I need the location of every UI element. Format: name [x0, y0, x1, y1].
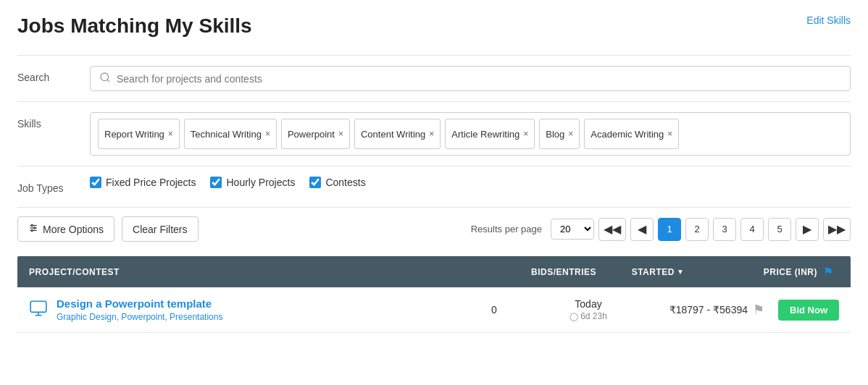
- job-types-label: Job Types: [17, 177, 75, 194]
- th-started: STARTED ▼: [607, 267, 709, 277]
- job-type-contests-checkbox[interactable]: [309, 177, 321, 188]
- project-tags: Graphic Design, Powerpoint, Presentation…: [57, 312, 451, 322]
- svg-point-5: [31, 224, 33, 226]
- clock-icon: ◯: [569, 312, 578, 321]
- skills-section: Skills Report Writing×Technical Writing×…: [17, 101, 851, 166]
- bookmark-icon[interactable]: ⚑: [753, 302, 764, 317]
- row-project: Design a Powerpoint template Graphic Des…: [29, 297, 451, 322]
- skill-tag: Technical Writing×: [184, 119, 277, 149]
- more-options-button[interactable]: More Options: [17, 216, 114, 242]
- skill-tag-remove[interactable]: ×: [429, 130, 434, 138]
- page-1-button[interactable]: 1: [658, 218, 681, 241]
- sort-arrow-icon[interactable]: ▼: [677, 268, 684, 276]
- svg-line-1: [107, 80, 109, 82]
- page-next-button[interactable]: ▶: [796, 218, 819, 241]
- page-header: Jobs Matching My Skills Edit Skills: [17, 14, 851, 38]
- skill-tag: Article Rewriting×: [445, 119, 535, 149]
- job-type-contests: Contests: [309, 177, 365, 188]
- bid-now-button[interactable]: Bid Now: [778, 300, 839, 321]
- job-types-section: Job Types Fixed Price Projects Hourly Pr…: [17, 166, 851, 204]
- th-bids: BIDS/ENTRIES: [520, 267, 607, 277]
- edit-skills-link[interactable]: Edit Skills: [806, 14, 851, 26]
- skill-tag-remove[interactable]: ×: [568, 130, 573, 138]
- skills-container: Report Writing×Technical Writing×Powerpo…: [90, 112, 851, 156]
- page-2-button[interactable]: 2: [685, 218, 709, 241]
- skills-content: Report Writing×Technical Writing×Powerpo…: [90, 112, 851, 156]
- skill-tag: Powerpoint×: [281, 119, 350, 149]
- row-bids: 0: [451, 304, 538, 316]
- skill-tag-name: Academic Writing: [591, 129, 664, 140]
- skill-tag-name: Content Writing: [361, 129, 425, 140]
- page-5-button[interactable]: 5: [768, 218, 791, 241]
- search-label: Search: [17, 66, 75, 83]
- bookmark-header-icon: ⚑: [823, 266, 833, 278]
- skill-tag-remove[interactable]: ×: [667, 130, 672, 138]
- th-project: PROJECT/CONTEST: [29, 267, 520, 277]
- job-type-contests-label[interactable]: Contests: [325, 177, 365, 188]
- page-3-button[interactable]: 3: [713, 218, 736, 241]
- project-icon: [29, 299, 48, 320]
- page-prev-button[interactable]: ◀: [630, 218, 654, 241]
- job-type-fixed-checkbox[interactable]: [90, 177, 101, 188]
- skill-tag: Content Writing×: [354, 119, 441, 149]
- job-type-hourly-checkbox[interactable]: [210, 177, 222, 188]
- actions-row: More Options Clear Filters Results per p…: [17, 207, 851, 250]
- skill-tag: Report Writing×: [98, 119, 180, 149]
- row-bookmark[interactable]: ⚑: [748, 302, 769, 318]
- svg-point-7: [31, 229, 33, 231]
- skill-tag: Academic Writing×: [584, 119, 679, 149]
- skill-tag-name: Powerpoint: [288, 129, 335, 140]
- job-types-content: Fixed Price Projects Hourly Projects Con…: [90, 177, 851, 188]
- skill-tag-name: Article Rewriting: [451, 129, 519, 140]
- job-type-fixed: Fixed Price Projects: [90, 177, 196, 188]
- table-row: Design a Powerpoint template Graphic Des…: [17, 287, 851, 333]
- clear-filters-button[interactable]: Clear Filters: [122, 216, 198, 242]
- results-per-page-select[interactable]: 102050100: [551, 219, 594, 240]
- started-today: Today: [538, 298, 639, 310]
- page-first-button[interactable]: ◀◀: [598, 218, 626, 241]
- skills-label: Skills: [17, 112, 75, 130]
- skill-tag-remove[interactable]: ×: [338, 130, 343, 138]
- skill-tag-name: Blog: [546, 129, 564, 140]
- row-started: Today ◯ 6d 23h: [538, 298, 639, 321]
- th-bookmark-header: ⚑: [817, 265, 839, 279]
- more-options-label: More Options: [43, 224, 104, 235]
- job-type-hourly: Hourly Projects: [210, 177, 295, 188]
- svg-point-6: [34, 227, 36, 229]
- filter-icon: [28, 223, 38, 235]
- th-price: PRICE (INR): [709, 267, 817, 277]
- row-price: ₹18797 - ₹56394: [639, 304, 748, 316]
- skill-tag-name: Report Writing: [104, 129, 164, 140]
- table-header: PROJECT/CONTEST BIDS/ENTRIES STARTED ▼ P…: [17, 256, 851, 287]
- skill-tag-remove[interactable]: ×: [168, 130, 173, 138]
- job-type-fixed-label[interactable]: Fixed Price Projects: [106, 177, 196, 188]
- skill-tag-remove[interactable]: ×: [523, 130, 528, 138]
- skill-tag-name: Technical Writing: [191, 129, 262, 140]
- started-remaining: ◯ 6d 23h: [538, 311, 639, 321]
- skill-tag-remove[interactable]: ×: [265, 130, 270, 138]
- remaining-time: 6d 23h: [580, 311, 607, 321]
- project-details: Design a Powerpoint template Graphic Des…: [57, 297, 451, 322]
- pagination-row: Results per page 102050100 ◀◀ ◀ 1 2 3 4 …: [471, 218, 851, 241]
- page-last-button[interactable]: ▶▶: [823, 218, 851, 241]
- page-title: Jobs Matching My Skills: [17, 14, 252, 38]
- search-icon: [99, 72, 111, 85]
- search-section: Search: [17, 55, 851, 101]
- page-4-button[interactable]: 4: [740, 218, 764, 241]
- skill-tag: Blog×: [539, 119, 580, 149]
- project-title[interactable]: Design a Powerpoint template: [57, 297, 212, 310]
- search-input[interactable]: [117, 73, 841, 85]
- search-content: [90, 66, 851, 91]
- svg-rect-8: [30, 301, 46, 312]
- job-type-hourly-label[interactable]: Hourly Projects: [226, 177, 295, 188]
- search-box[interactable]: [90, 66, 851, 91]
- results-per-page-label: Results per page: [471, 224, 542, 234]
- svg-point-0: [101, 73, 109, 81]
- actions-left: More Options Clear Filters: [17, 216, 199, 242]
